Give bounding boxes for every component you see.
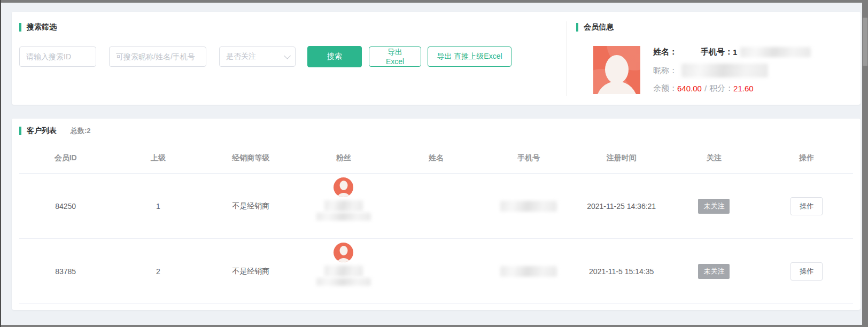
total-count-label: 总数:2 <box>71 126 91 136</box>
col-member-id: 会员ID <box>55 153 77 163</box>
cell-fans <box>316 177 371 221</box>
cell-parent: 2 <box>156 267 160 276</box>
fan-avatar <box>334 243 353 262</box>
customer-list-title: 客户列表 <box>19 126 57 136</box>
person-icon <box>605 55 629 84</box>
col-dealer-level: 经销商等级 <box>232 153 269 163</box>
redacted-fan-nickname <box>316 278 371 286</box>
member-name-label: 姓名： <box>653 47 677 57</box>
col-name: 姓名 <box>429 153 444 163</box>
follow-status-select-value: 是否关注 <box>226 52 256 61</box>
person-icon <box>339 181 347 190</box>
window-bottom-border <box>0 325 868 327</box>
customer-list-header: 客户列表 总数:2 <box>19 126 91 136</box>
scrollbar-thumb[interactable] <box>863 18 867 66</box>
points-label: 积分： <box>709 83 733 94</box>
member-nickname-line: 昵称： <box>653 65 811 76</box>
balance-points-separator: / <box>704 84 707 93</box>
title-accent-bar <box>19 127 21 135</box>
balance-value: 640.00 <box>677 84 702 93</box>
search-button[interactable]: 搜索 <box>307 46 362 67</box>
member-info-title: 会员信息 <box>576 22 614 32</box>
member-nickname-label: 昵称： <box>653 66 677 76</box>
member-avatar <box>593 46 640 94</box>
member-phone-label: 手机号： <box>701 47 733 57</box>
person-icon <box>596 81 638 94</box>
col-phone: 手机号 <box>517 153 540 163</box>
member-info-title-text: 会员信息 <box>584 22 614 32</box>
customer-list-card: 客户列表 总数:2 会员ID 上级 经销商等级 粉丝 姓名 手机号 注册时间 关… <box>12 119 861 310</box>
redacted-fan-nickname <box>316 213 371 221</box>
member-balance-line: 余额： 640.00 / 积分： 21.60 <box>653 83 811 94</box>
filter-member-card: 搜索筛选 是否关注 搜索 导出 Excel 导出 直推上级Excel 会员信息 <box>12 12 861 105</box>
person-icon <box>336 258 351 262</box>
follow-status-badge: 未关注 <box>698 199 730 214</box>
section-divider <box>567 21 567 96</box>
search-form: 是否关注 搜索 导出 Excel 导出 直推上级Excel <box>19 46 511 67</box>
col-follow: 关注 <box>707 153 722 163</box>
member-info-lines: 姓名： 手机号： 1 昵称： 余额： 640.00 / 积分： 21.60 <box>653 46 811 94</box>
balance-label: 余额： <box>653 83 677 94</box>
person-icon <box>339 246 347 255</box>
col-parent: 上级 <box>151 153 166 163</box>
member-phone-prefix: 1 <box>733 48 737 57</box>
follow-status-select[interactable]: 是否关注 <box>219 46 296 67</box>
redacted-phone-value <box>740 47 811 57</box>
window-left-border <box>0 0 1 327</box>
customer-table: 会员ID 上级 经销商等级 粉丝 姓名 手机号 注册时间 关注 操作 84250… <box>19 143 853 304</box>
cell-register-time: 2021-11-25 14:36:21 <box>587 202 656 211</box>
col-register-time: 注册时间 <box>607 153 637 163</box>
keyword-search-input[interactable] <box>109 46 206 67</box>
redacted-fan-nickname <box>324 266 363 276</box>
cell-member-id: 84250 <box>55 202 76 211</box>
row-action-button[interactable]: 操作 <box>790 262 823 281</box>
member-info-body: 姓名： 手机号： 1 昵称： 余额： 640.00 / 积分： 21.60 <box>593 46 811 94</box>
search-filter-title: 搜索筛选 <box>19 22 57 32</box>
fan-avatar <box>334 177 353 197</box>
points-value: 21.60 <box>733 84 754 93</box>
cell-parent: 1 <box>156 202 160 211</box>
page-content: 搜索筛选 是否关注 搜索 导出 Excel 导出 直推上级Excel 会员信息 <box>1 3 862 325</box>
table-row: 84250 1 不是经销商 2021-11-25 14:36:21 未关注 操作 <box>19 174 853 239</box>
customer-list-title-text: 客户列表 <box>27 126 57 136</box>
table-row: 83785 2 不是经销商 2021-11-5 15:14:35 未关注 操作 <box>19 239 853 304</box>
export-parent-excel-button[interactable]: 导出 直推上级Excel <box>428 46 511 67</box>
redacted-nickname-value <box>681 64 768 77</box>
col-action: 操作 <box>799 153 814 163</box>
chevron-down-icon <box>284 52 291 59</box>
cell-dealer-level: 不是经销商 <box>232 267 269 276</box>
search-id-input[interactable] <box>19 46 96 67</box>
redacted-phone-cell <box>500 266 557 277</box>
cell-fans <box>316 243 371 286</box>
follow-status-badge: 未关注 <box>698 264 730 279</box>
title-accent-bar <box>19 23 21 32</box>
redacted-phone-cell <box>500 201 557 212</box>
scrollbar-track[interactable] <box>862 3 868 325</box>
redacted-fan-nickname <box>324 200 363 211</box>
window-top-border <box>0 0 868 3</box>
person-icon <box>336 193 351 197</box>
member-name-phone-line: 姓名： 手机号： 1 <box>653 46 811 57</box>
cell-dealer-level: 不是经销商 <box>232 201 269 211</box>
table-header-row: 会员ID 上级 经销商等级 粉丝 姓名 手机号 注册时间 关注 操作 <box>19 143 853 174</box>
cell-member-id: 83785 <box>55 267 76 276</box>
title-accent-bar <box>576 23 578 32</box>
export-excel-button[interactable]: 导出 Excel <box>369 46 421 67</box>
col-fans: 粉丝 <box>336 153 351 163</box>
row-action-button[interactable]: 操作 <box>790 197 823 215</box>
search-filter-title-text: 搜索筛选 <box>27 22 57 32</box>
cell-register-time: 2021-11-5 15:14:35 <box>589 267 654 276</box>
